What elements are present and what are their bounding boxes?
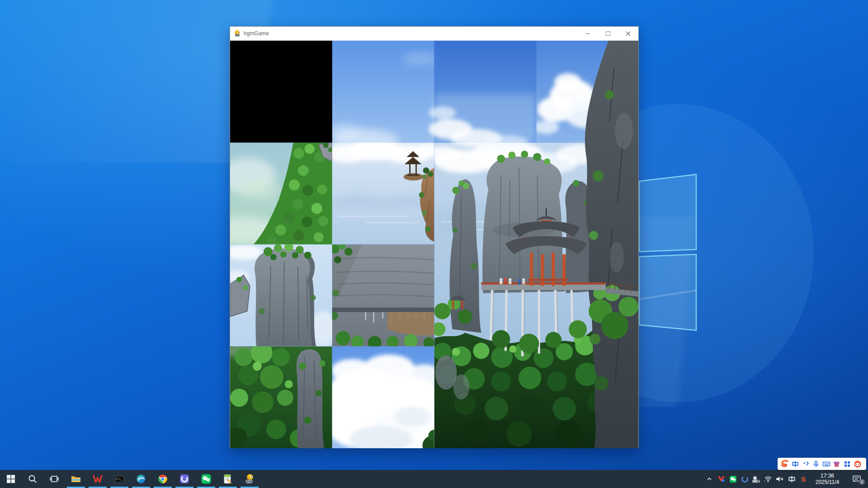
sogou-logo-icon [780, 460, 789, 469]
puzzle-tile-r3c3[interactable] [536, 347, 638, 449]
tray-network[interactable]: * [762, 470, 774, 488]
svg-text:S: S [801, 475, 806, 483]
tray-sogou[interactable]: S [797, 470, 809, 488]
tray-browser-c[interactable] [739, 470, 750, 488]
search-button[interactable] [22, 470, 43, 488]
puzzle-tile-r0c2[interactable] [434, 41, 537, 143]
titlebar[interactable]: hgmGame [230, 27, 638, 41]
taskbar-wps-office[interactable] [87, 470, 108, 488]
puzzle-tile-r3c1[interactable] [332, 347, 434, 449]
puzzle-tile-r2c1[interactable] [332, 244, 434, 347]
game-window: hgmGame [230, 26, 639, 448]
puzzle-tile-grid [230, 41, 638, 448]
puzzle-tile-r0c1[interactable] [332, 41, 434, 143]
skin-icon [833, 460, 840, 468]
puzzle-tile-r1c2[interactable] [434, 143, 537, 245]
puzzle-tile-r2c3[interactable] [536, 244, 638, 347]
wifi-icon: * [764, 475, 772, 483]
tray-red-v[interactable] [715, 470, 727, 488]
sogou-s-icon: S [800, 475, 807, 483]
maximize-button[interactable] [598, 27, 618, 40]
chevron-up-icon [706, 476, 712, 482]
wechat-mini-icon [729, 475, 737, 483]
puzzle-tile-r0c0-empty [230, 41, 332, 143]
puzzle-tile-r1c0[interactable] [230, 143, 332, 245]
taskbar-file-explorer[interactable] [65, 470, 87, 488]
keyboard-icon [822, 460, 830, 468]
window-title: hgmGame [244, 30, 577, 37]
red-v-icon [717, 475, 725, 483]
ime-toolbar [778, 458, 866, 470]
start-button[interactable] [0, 470, 22, 488]
taskbar-clock[interactable]: 17:36 2025/11/4 [809, 473, 845, 485]
wps-w-icon [92, 474, 103, 484]
taskbar-edge[interactable] [130, 470, 152, 488]
clock-time: 17:36 [811, 473, 844, 479]
blue-ring-icon [741, 475, 749, 483]
chat-bubbles-icon [201, 474, 212, 484]
chinese-mode-icon [792, 460, 799, 468]
microphone-icon [812, 460, 820, 468]
ime-chinese-icon [788, 475, 796, 483]
minimize-button[interactable] [577, 27, 598, 40]
puzzle-tile-r2c0[interactable] [230, 244, 332, 347]
ime-keyboard[interactable] [821, 459, 831, 469]
puzzle-tile-r2c2[interactable] [434, 244, 537, 347]
puzzle-board [230, 41, 638, 448]
taskbar: C:\_ [0, 470, 868, 488]
notepad-pencil-icon [222, 474, 233, 484]
turtle-gamepad-icon [244, 474, 255, 484]
notification-badge: 2 [859, 479, 865, 485]
ime-ai-assistant[interactable] [852, 459, 863, 469]
svg-text:C:\_: C:\_ [116, 477, 123, 481]
tray-ime-mode[interactable] [786, 470, 797, 488]
puzzle-tile-r1c3[interactable] [536, 143, 638, 245]
task-view-button[interactable] [43, 470, 65, 488]
taskbar-hgm-game[interactable] [239, 470, 260, 488]
terminal-icon: C:\_ [114, 474, 125, 484]
taskbar-browser-c[interactable] [174, 470, 195, 488]
tray-volume[interactable] [774, 470, 786, 488]
chrome-icon [157, 474, 168, 484]
ime-voice[interactable] [811, 459, 821, 469]
battery-plug-icon [752, 475, 761, 483]
app-icon [234, 30, 241, 37]
system-tray: * S 17:36 2025/11/4 [703, 470, 868, 488]
folder-icon [71, 474, 81, 484]
close-button[interactable] [618, 27, 638, 40]
action-center-button[interactable]: 2 [845, 470, 868, 488]
puzzle-tile-r3c0[interactable] [230, 347, 332, 449]
clock-date: 2025/11/4 [811, 479, 844, 485]
ime-chinese-mode[interactable] [790, 459, 800, 469]
ime-sogou-logo[interactable] [779, 459, 790, 469]
ime-punctuation[interactable] [800, 459, 811, 469]
taskbar-text-editor[interactable] [217, 470, 239, 488]
ime-toolbox[interactable] [842, 459, 852, 469]
taskbar-wechat[interactable] [195, 470, 217, 488]
windows-logo-icon [7, 475, 15, 483]
blue-ring-icon [179, 474, 190, 484]
taskbar-chrome[interactable] [152, 470, 174, 488]
toolbox-grid-icon [844, 460, 851, 468]
puzzle-tile-r1c1[interactable] [332, 143, 434, 245]
taskbar-command-prompt[interactable]: C:\_ [108, 470, 130, 488]
punctuation-icon [802, 460, 809, 468]
ai-face-icon [854, 460, 862, 468]
puzzle-tile-r3c2[interactable] [434, 347, 537, 449]
tray-power[interactable] [750, 470, 762, 488]
svg-text:*: * [764, 480, 765, 483]
magnifier-icon [28, 474, 37, 483]
tray-wechat[interactable] [727, 470, 739, 488]
task-view-icon [50, 474, 59, 483]
edge-swirl-icon [136, 474, 146, 484]
ime-skin[interactable] [831, 459, 842, 469]
puzzle-tile-r0c3[interactable] [536, 41, 638, 143]
tray-chevron-up[interactable] [703, 470, 715, 488]
volume-muted-icon [776, 475, 784, 483]
